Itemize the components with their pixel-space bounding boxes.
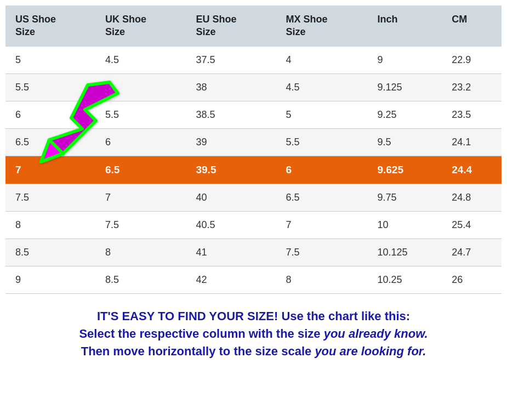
table-row: 5.55384.59.12523.2: [5, 73, 502, 101]
cell-cm: 25.4: [442, 211, 502, 239]
cell-inch: 9.125: [367, 73, 442, 101]
cell-us: 7.5: [5, 184, 95, 211]
instruction-line3: Then move horizontally to the size scale…: [16, 344, 491, 359]
cell-inch: 9.625: [367, 156, 442, 184]
cell-mx: 7.5: [276, 239, 367, 266]
cell-us: 8: [5, 211, 95, 239]
cell-inch: 9.5: [367, 128, 442, 156]
header-inch: Inch: [367, 5, 442, 47]
cell-cm: 24.7: [442, 239, 502, 266]
cell-eu: 41: [186, 239, 276, 266]
cell-cm: 22.9: [442, 47, 502, 74]
table-row: 76.539.569.62524.4: [5, 156, 502, 184]
cell-us: 6.5: [5, 128, 95, 156]
shoe-size-table: US ShoeSize UK ShoeSize EU ShoeSize MX S…: [5, 5, 502, 294]
cell-uk: 7: [95, 184, 186, 211]
cell-uk: 4.5: [95, 47, 186, 74]
cell-eu: 40: [186, 184, 276, 211]
cell-inch: 9.75: [367, 184, 442, 211]
cell-inch: 9: [367, 47, 442, 74]
instruction-line1: IT'S EASY TO FIND YOUR SIZE! Use the cha…: [16, 309, 491, 323]
cell-inch: 10.25: [367, 266, 442, 293]
cell-cm: 24.8: [442, 184, 502, 211]
cell-uk: 5.5: [95, 101, 186, 128]
table-row: 7.57406.59.7524.8: [5, 184, 502, 211]
cell-us: 5: [5, 47, 95, 74]
cell-us: 6: [5, 101, 95, 128]
instruction-section: IT'S EASY TO FIND YOUR SIZE! Use the cha…: [5, 309, 502, 359]
cell-mx: 7: [276, 211, 367, 239]
table-row: 65.538.559.2523.5: [5, 101, 502, 128]
header-us: US ShoeSize: [5, 5, 95, 47]
cell-mx: 5.5: [276, 128, 367, 156]
cell-cm: 26: [442, 266, 502, 293]
cell-uk: 8.5: [95, 266, 186, 293]
table-header-row: US ShoeSize UK ShoeSize EU ShoeSize MX S…: [5, 5, 502, 47]
instruction-line2: Select the respective column with the si…: [16, 327, 491, 341]
cell-mx: 6.5: [276, 184, 367, 211]
cell-eu: 39: [186, 128, 276, 156]
cell-cm: 24.1: [442, 128, 502, 156]
table-row: 54.537.54922.9: [5, 47, 502, 74]
cell-mx: 4: [276, 47, 367, 74]
cell-us: 5.5: [5, 73, 95, 101]
cell-eu: 40.5: [186, 211, 276, 239]
header-uk: UK ShoeSize: [95, 5, 186, 47]
header-mx: MX ShoeSize: [276, 5, 367, 47]
cell-mx: 6: [276, 156, 367, 184]
cell-uk: 8: [95, 239, 186, 266]
table-row: 6.56395.59.524.1: [5, 128, 502, 156]
cell-cm: 23.2: [442, 73, 502, 101]
cell-inch: 10: [367, 211, 442, 239]
table-row: 87.540.571025.4: [5, 211, 502, 239]
cell-eu: 39.5: [186, 156, 276, 184]
cell-uk: 6.5: [95, 156, 186, 184]
table-row: 8.58417.510.12524.7: [5, 239, 502, 266]
cell-cm: 23.5: [442, 101, 502, 128]
cell-eu: 38: [186, 73, 276, 101]
cell-eu: 37.5: [186, 47, 276, 74]
cell-us: 8.5: [5, 239, 95, 266]
cell-us: 7: [5, 156, 95, 184]
table-row: 98.542810.2526: [5, 266, 502, 293]
cell-uk: 6: [95, 128, 186, 156]
header-cm: CM: [442, 5, 502, 47]
cell-mx: 5: [276, 101, 367, 128]
cell-us: 9: [5, 266, 95, 293]
header-eu: EU ShoeSize: [186, 5, 276, 47]
cell-eu: 38.5: [186, 101, 276, 128]
cell-mx: 8: [276, 266, 367, 293]
cell-eu: 42: [186, 266, 276, 293]
cell-mx: 4.5: [276, 73, 367, 101]
cell-inch: 10.125: [367, 239, 442, 266]
cell-cm: 24.4: [442, 156, 502, 184]
cell-inch: 9.25: [367, 101, 442, 128]
cell-uk: 5: [95, 73, 186, 101]
size-chart-container: US ShoeSize UK ShoeSize EU ShoeSize MX S…: [5, 5, 502, 294]
cell-uk: 7.5: [95, 211, 186, 239]
